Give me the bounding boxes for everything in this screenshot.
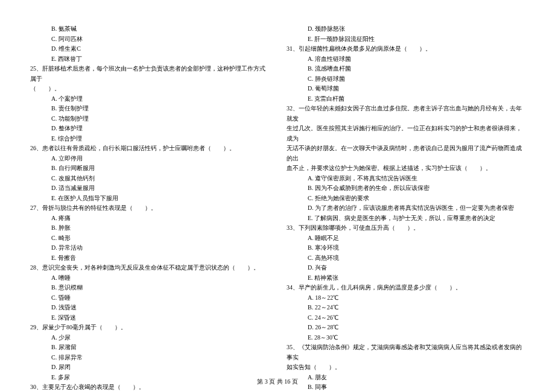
right-column: D. 颈静脉怒张 E. 肝一颈静脉回流征阳性 31、引起细菌性扁桃体炎最多见的病… [287, 24, 525, 392]
option: C. 昏睡 [30, 293, 268, 303]
question-35-stem-line2: 如实告知（ ）。 [287, 362, 525, 373]
option: B. 寒冷环境 [287, 243, 525, 253]
option: B. 22～24℃ [287, 303, 525, 313]
option: C. 高热环境 [287, 253, 525, 264]
question-32-stem-line1: 32、一位年轻的未婚妇女因子宫出血过多住院。患者主诉子宫出血与她的月经有关，去年… [287, 104, 525, 124]
two-column-layout: B. 氨茶碱 C. 阿司匹林 D. 维生素C E. 西咪替丁 25、肝脏移植术后… [30, 24, 525, 392]
option: A. 个案护理 [30, 94, 268, 104]
option: C. 畸形 [30, 233, 268, 244]
option: E. 了解病因、病史是医生的事，与护士无关，所以，应尊重患者的决定 [287, 213, 525, 224]
question-32-stem-line4: 血不止，并要求这位护士为她保密。根据上述描述，实习护士应该（ ）。 [287, 163, 525, 174]
question-27-stem: 27、骨折与脱位共有的特征性表现是（ ）。 [30, 203, 268, 213]
option: B. 氨茶碱 [30, 24, 268, 34]
option: A. 立即停用 [30, 154, 268, 164]
option: C. 拒绝为她保密的要求 [287, 194, 525, 204]
option: E. 精神紧张 [287, 273, 525, 283]
question-34-stem: 34、早产的新生儿，住儿科病房，病房的温度是多少度（ ）。 [287, 283, 525, 293]
option: A. 18～22℃ [287, 293, 525, 303]
option: B. 肿胀 [30, 223, 268, 233]
option: A. 少尿 [30, 333, 268, 343]
page-footer: 第 3 页 共 16 页 [0, 378, 555, 386]
option: D. 兴奋 [287, 263, 525, 273]
question-25-stem-cont: （ ）。 [30, 84, 268, 94]
question-29-stem: 29、尿量少于80毫升属于（ ）。 [30, 323, 268, 333]
question-32-stem-line3: 无话不谈的好朋友。在一次聊天中谈及病情时，患者说自己是因为服用了流产药物而造成的… [287, 144, 525, 163]
option: E. 肝一颈静脉回流征阳性 [287, 34, 525, 45]
question-33-stem: 33、下列因素除哪项外，可使血压升高（ ）。 [287, 223, 525, 233]
left-column: B. 氨茶碱 C. 阿司匹林 D. 维生素C E. 西咪替丁 25、肝脏移植术后… [30, 24, 268, 392]
question-26-stem: 26、患者以往有骨质疏松，自行长期口服活性钙，护士应嘱咐患者（ ）。 [30, 144, 268, 154]
option: B. 流感嗜血杆菌 [287, 64, 525, 74]
option: B. 自行间断服用 [30, 163, 268, 174]
option: D. 葡萄球菌 [287, 84, 525, 94]
option: A. 睡眠不足 [287, 233, 525, 244]
option: A. 疼痛 [30, 213, 268, 224]
option: D. 颈静脉怒张 [287, 24, 525, 34]
option: D. 整体护理 [30, 124, 268, 134]
option: E. 骨擦音 [30, 253, 268, 264]
option: E. 28～30℃ [287, 333, 525, 343]
option: A. 嗜睡 [30, 273, 268, 283]
option: C. 阿司匹林 [30, 34, 268, 45]
option: D. 尿闭 [30, 362, 268, 373]
option: B. 意识模糊 [30, 283, 268, 293]
option: C. 24～26℃ [287, 313, 525, 323]
option: E. 深昏迷 [30, 313, 268, 323]
question-25-stem: 25、肝脏移植术后患者，每个班次由一名护士负责该患者的全部护理，这种护理工作方式… [30, 64, 268, 84]
option: C. 功能制护理 [30, 114, 268, 124]
question-28-stem: 28、意识完全丧失，对各种刺激均无反应及生命体征不稳定属于意识状态的（ ）。 [30, 263, 268, 273]
question-35-stem-line1: 35、《艾滋病防治条例》规定，艾滋病病毒感染者和艾滋病病人应当将其感染或者发病的… [287, 343, 525, 362]
option: D. 浅昏迷 [30, 303, 268, 313]
option: A. 遵守保密原则，不将真实情况告诉医生 [287, 174, 525, 184]
option: E. 在医护人员指导下服用 [30, 194, 268, 204]
option: C. 改服其他钙剂 [30, 174, 268, 184]
option: C. 排尿异常 [30, 353, 268, 363]
option: D. 26～28℃ [287, 323, 525, 333]
question-31-stem: 31、引起细菌性扁桃体炎最多见的病原体是（ ）。 [287, 44, 525, 54]
option: A. 溶血性链球菌 [287, 54, 525, 65]
option: D. 适当减量服用 [30, 183, 268, 194]
option: B. 尿潴留 [30, 343, 268, 353]
option: C. 肺炎链球菌 [287, 74, 525, 84]
option: D. 维生素C [30, 44, 268, 54]
option: E. 综合护理 [30, 134, 268, 144]
option: D. 为了患者的治疗，应该说服患者将真实情况告诉医生，但一定要为患者保密 [287, 203, 525, 213]
option: E. 西咪替丁 [30, 54, 268, 65]
option: B. 因为不会威胁到患者的生命，所以应该保密 [287, 183, 525, 194]
option: D. 异常活动 [30, 243, 268, 253]
option: E. 克雷白杆菌 [287, 94, 525, 104]
question-32-stem-line2: 生过几次。医生按照其主诉施行相应的治疗。一位正在妇科实习的护士和患者很谈得来，成… [287, 124, 525, 144]
option: B. 责任制护理 [30, 104, 268, 114]
